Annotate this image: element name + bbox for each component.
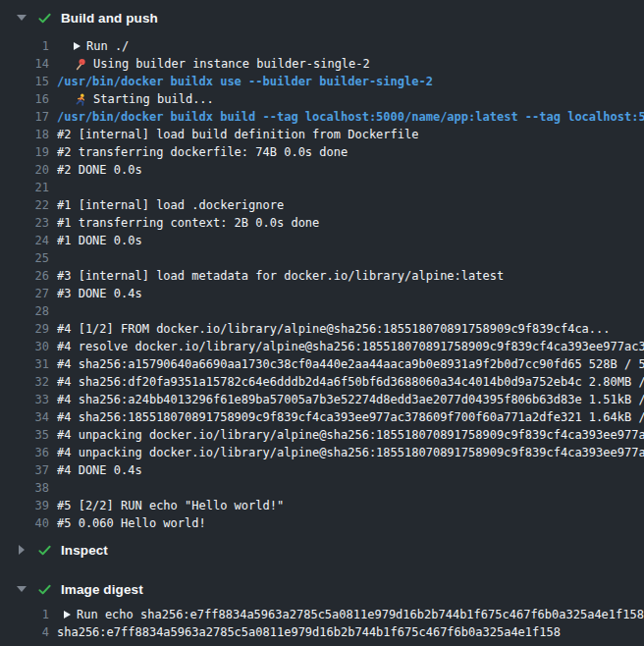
- section-header-image-digest[interactable]: Image digest: [0, 577, 644, 601]
- collapse-chevron-icon[interactable]: [16, 583, 27, 595]
- pushpin-icon: [74, 57, 87, 71]
- log-text: #4 resolve docker.io/library/alpine@sha2…: [57, 338, 644, 355]
- log-line: 39#5 [2/2] RUN echo "Hello world!": [0, 497, 644, 514]
- line-number[interactable]: 39: [0, 497, 49, 514]
- log-line: 26#3 [internal] load metadata for docker…: [0, 267, 644, 285]
- log-line-content: #4 [1/2] FROM docker.io/library/alpine@s…: [57, 320, 611, 338]
- log-text: #2 DONE 0.0s: [57, 161, 142, 179]
- log-line-content: Run echo sha256:e7ff8834a5963a2785c5a081…: [57, 606, 644, 623]
- log-text: #2 transferring dockerfile: 74B 0.0s don…: [57, 143, 348, 161]
- log-line: 28: [0, 302, 644, 320]
- line-number[interactable]: 15: [0, 73, 49, 90]
- line-number[interactable]: 23: [0, 214, 49, 232]
- line-number[interactable]: 35: [0, 426, 49, 444]
- run-group-expand-chevron-icon[interactable]: [74, 42, 80, 50]
- log-line-content: #4 sha256:a24bb4013296f61e89ba57005a7b3e…: [57, 391, 644, 408]
- line-number[interactable]: 26: [0, 267, 49, 285]
- line-number[interactable]: 29: [0, 320, 49, 338]
- log-text: /usr/bin/docker buildx use --builder bui…: [57, 73, 433, 90]
- log-line: 27#3 DONE 0.4s: [0, 285, 644, 302]
- log-line: 17/usr/bin/docker buildx build --tag loc…: [0, 108, 644, 126]
- log-line: 22#1 [internal] load .dockerignore: [0, 196, 644, 214]
- line-number[interactable]: 31: [0, 355, 49, 373]
- log-line-content: #4 sha256:df20fa9351a15782c64e6dddb2d4a6…: [57, 373, 644, 391]
- collapse-chevron-icon[interactable]: [16, 12, 27, 24]
- log-line-content: /usr/bin/docker buildx build --tag local…: [57, 108, 644, 126]
- line-number[interactable]: 1: [0, 606, 49, 623]
- log-line: 31#4 sha256:a15790640a6690aa1730c38cf0a4…: [0, 355, 644, 373]
- log-text: #4 sha256:185518070891758909c9f839cf4ca3…: [57, 408, 644, 426]
- log-line: 20#2 DONE 0.0s: [0, 161, 644, 179]
- line-number[interactable]: 27: [0, 285, 49, 302]
- log-text: #4 DONE 0.4s: [57, 461, 142, 479]
- expand-chevron-icon[interactable]: [16, 544, 27, 556]
- line-number[interactable]: 33: [0, 391, 49, 408]
- line-number[interactable]: 40: [0, 514, 49, 532]
- line-number[interactable]: 30: [0, 338, 49, 355]
- log-section-image-digest: Image digest 1Run echo sha256:e7ff8834a5…: [0, 577, 644, 641]
- line-number[interactable]: 1: [0, 37, 49, 55]
- log-line: 33#4 sha256:a24bb4013296f61e89ba57005a7b…: [0, 391, 644, 408]
- log-line: 23#1 transferring context: 2B 0.0s done: [0, 214, 644, 232]
- line-number[interactable]: 34: [0, 408, 49, 426]
- section-title: Image digest: [61, 582, 143, 597]
- line-number[interactable]: 24: [0, 232, 49, 249]
- log-line: 18#2 [internal] load build definition fr…: [0, 126, 644, 143]
- line-number[interactable]: 38: [0, 479, 49, 497]
- line-number[interactable]: 21: [0, 179, 49, 196]
- log-text: #1 transferring context: 2B 0.0s done: [57, 214, 319, 232]
- log-line-content: /usr/bin/docker buildx use --builder bui…: [57, 73, 433, 90]
- log-line-content: #4 resolve docker.io/library/alpine@sha2…: [57, 338, 644, 355]
- line-number[interactable]: 17: [0, 108, 49, 126]
- success-check-icon: [37, 543, 52, 558]
- line-number[interactable]: 22: [0, 196, 49, 214]
- line-number[interactable]: 4: [0, 623, 49, 641]
- log-text: Run echo sha256:e7ff8834a5963a2785c5a081…: [77, 606, 644, 623]
- run-group-expand-chevron-icon[interactable]: [64, 611, 71, 619]
- line-number[interactable]: 19: [0, 143, 49, 161]
- section-header-build-and-push[interactable]: Build and push: [0, 6, 644, 29]
- line-number[interactable]: 16: [0, 90, 49, 108]
- log-line: 40#5 0.060 Hello world!: [0, 514, 644, 532]
- line-number[interactable]: 36: [0, 444, 49, 461]
- log-line-content: #2 [internal] load build definition from…: [57, 126, 418, 143]
- line-number[interactable]: 37: [0, 461, 49, 479]
- line-number[interactable]: 32: [0, 373, 49, 391]
- line-number[interactable]: 28: [0, 302, 49, 320]
- log-section-inspect: Inspect: [0, 538, 644, 562]
- log-line-content: #4 sha256:a15790640a6690aa1730c38cf0a440…: [57, 355, 644, 373]
- log-text: Run ./: [86, 37, 129, 55]
- log-line: 36#4 unpacking docker.io/library/alpine@…: [0, 444, 644, 461]
- actions-log-viewer: Build and push 1Run ./14Using builder in…: [0, 0, 644, 646]
- log-line: 32#4 sha256:df20fa9351a15782c64e6dddb2d4…: [0, 373, 644, 391]
- log-line: 29#4 [1/2] FROM docker.io/library/alpine…: [0, 320, 644, 338]
- section-title: Build and push: [61, 11, 158, 26]
- log-text: #4 unpacking docker.io/library/alpine@sh…: [57, 426, 644, 444]
- log-text: #4 [1/2] FROM docker.io/library/alpine@s…: [57, 320, 611, 338]
- log-section-build-and-push: Build and push 1Run ./14Using builder in…: [0, 6, 644, 538]
- log-line: 37#4 DONE 0.4s: [0, 461, 644, 479]
- line-number[interactable]: 20: [0, 161, 49, 179]
- log-lines: 1Run echo sha256:e7ff8834a5963a2785c5a08…: [0, 601, 644, 641]
- log-text: #1 DONE 0.0s: [57, 232, 142, 249]
- log-text: #4 sha256:a15790640a6690aa1730c38cf0a440…: [57, 355, 644, 373]
- line-number[interactable]: 14: [0, 55, 49, 73]
- log-line-content: #1 DONE 0.0s: [57, 232, 142, 249]
- log-text: #2 [internal] load build definition from…: [57, 126, 418, 143]
- log-text: #3 DONE 0.4s: [57, 285, 142, 302]
- log-line-content: #2 transferring dockerfile: 74B 0.0s don…: [57, 143, 348, 161]
- log-text: #5 [2/2] RUN echo "Hello world!": [57, 497, 284, 514]
- log-text: Using builder instance builder-single-2: [93, 55, 370, 73]
- log-text: #4 sha256:df20fa9351a15782c64e6dddb2d4a6…: [57, 373, 644, 391]
- log-text: sha256:e7ff8834a5963a2785c5a0811e979d16b…: [57, 623, 561, 641]
- section-header-inspect[interactable]: Inspect: [0, 538, 644, 562]
- log-line-content: sha256:e7ff8834a5963a2785c5a0811e979d16b…: [57, 623, 561, 641]
- log-line: 15/usr/bin/docker buildx use --builder b…: [0, 73, 644, 90]
- log-line-content: #3 DONE 0.4s: [57, 285, 142, 302]
- line-number[interactable]: 25: [0, 249, 49, 267]
- log-line-content: #1 transferring context: 2B 0.0s done: [57, 214, 319, 232]
- log-text: #1 [internal] load .dockerignore: [57, 196, 284, 214]
- success-check-icon: [37, 11, 52, 26]
- log-line-content: #2 DONE 0.0s: [57, 161, 142, 179]
- line-number[interactable]: 18: [0, 126, 49, 143]
